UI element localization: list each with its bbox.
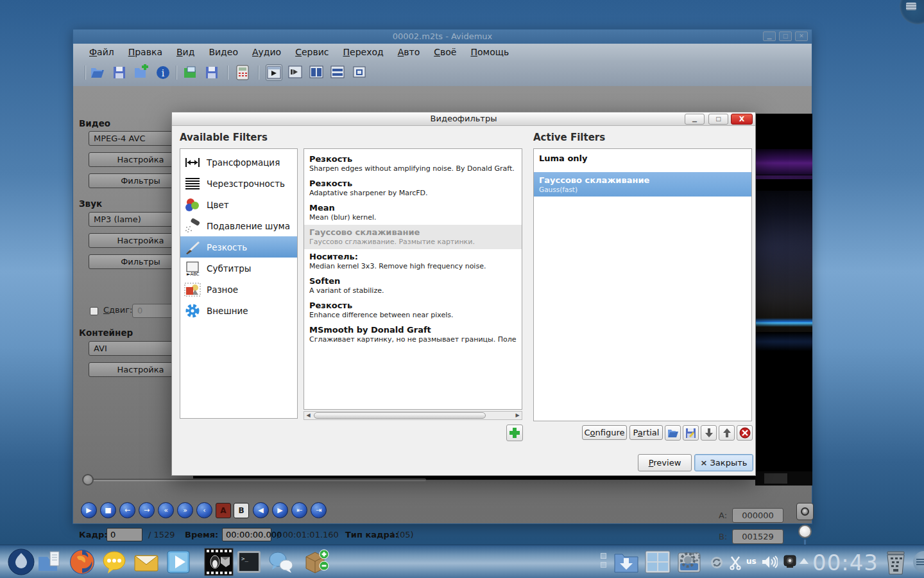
- expand-tray-chevron-icon[interactable]: [800, 558, 809, 564]
- speaker-button[interactable]: [796, 503, 814, 520]
- prev-cut-button[interactable]: ‹: [196, 502, 212, 518]
- filter-item[interactable]: Резкость Enhance difference between near…: [304, 298, 522, 322]
- menu-audio[interactable]: Аудио: [245, 47, 288, 57]
- filter-category-list[interactable]: Трансформация Черезстрочность Цвет Подав…: [180, 148, 298, 419]
- goto-black-next-button[interactable]: ▶: [272, 502, 288, 518]
- calculator-icon[interactable]: [236, 65, 253, 82]
- stacked-view-icon[interactable]: [330, 64, 346, 81]
- category-deinterlace[interactable]: Черезстрочность: [180, 173, 297, 194]
- menu-help[interactable]: Помощь: [463, 47, 516, 57]
- downloads-folder-icon[interactable]: [613, 549, 640, 575]
- partial-button[interactable]: Partial: [629, 425, 663, 440]
- package-manager-icon[interactable]: [301, 548, 329, 576]
- chat-icon[interactable]: [267, 548, 295, 576]
- active-filter-item-selected[interactable]: Гауссово склаживание Gauss(fast): [534, 172, 751, 197]
- scroll-left-icon[interactable]: ◀: [304, 412, 312, 419]
- load-filterset-button[interactable]: [665, 425, 681, 441]
- load-project-icon[interactable]: [182, 64, 199, 81]
- plasma-corner-widget[interactable]: [900, 0, 924, 24]
- remove-filter-button[interactable]: [737, 425, 753, 441]
- seek-slider-groove[interactable]: [92, 478, 426, 481]
- filter-item[interactable]: Soften A variant of stabilize.: [304, 274, 522, 298]
- filter-item[interactable]: Mean Mean (blur) kernel.: [304, 200, 522, 225]
- frame-window-icon[interactable]: [287, 64, 304, 81]
- add-filter-button[interactable]: [506, 425, 523, 441]
- category-subtitles[interactable]: ►ABC Субтитры: [180, 258, 297, 279]
- volume-slider-knob[interactable]: [798, 525, 812, 538]
- dialog-minimize-button[interactable]: ▁: [685, 114, 705, 125]
- save-project-icon[interactable]: [203, 64, 220, 81]
- clock[interactable]: 00:43: [812, 550, 878, 575]
- horizontal-scrollbar[interactable]: ◀ ▶: [304, 411, 522, 420]
- open-icon[interactable]: [89, 64, 106, 81]
- active-filters-list[interactable]: Luma only Гауссово склаживание Gauss(fas…: [533, 148, 752, 421]
- minimize-button[interactable]: ▁: [763, 31, 776, 41]
- save-icon[interactable]: [111, 64, 128, 81]
- dialog-maximize-button[interactable]: □: [708, 114, 728, 125]
- split-view-icon[interactable]: [309, 64, 325, 81]
- selection-a-field[interactable]: 000000: [732, 508, 783, 523]
- close-dialog-button[interactable]: ×Закрыть: [694, 454, 753, 471]
- scrollbar-thumb[interactable]: [314, 412, 486, 419]
- panel-cashew-widget[interactable]: [913, 551, 924, 573]
- active-filter-item[interactable]: Luma only: [534, 150, 751, 167]
- scroll-right-icon[interactable]: ▶: [513, 412, 522, 419]
- single-window-icon[interactable]: [352, 64, 368, 81]
- trash-icon[interactable]: [882, 548, 910, 576]
- volume-tray-icon[interactable]: [761, 554, 778, 570]
- selection-b-field[interactable]: 001529: [732, 529, 783, 544]
- category-misc[interactable]: Разное: [180, 279, 297, 300]
- clipboard-scissors-icon[interactable]: [728, 555, 742, 570]
- move-filter-up-button[interactable]: [719, 425, 735, 441]
- menu-file[interactable]: Файл: [82, 47, 121, 57]
- append-icon[interactable]: [133, 64, 150, 81]
- filter-item[interactable]: MSmooth by Donald Graft Сглаживает карти…: [304, 322, 522, 347]
- window-titlebar[interactable]: 00002.m2ts - Avidemux ▁ □ ✕: [73, 30, 812, 44]
- move-filter-down-button[interactable]: [701, 425, 717, 441]
- keyboard-layout-indicator[interactable]: us: [746, 557, 757, 566]
- menu-auto[interactable]: Авто: [391, 47, 427, 57]
- menu-go[interactable]: Переход: [336, 47, 391, 57]
- configure-button[interactable]: Configure: [582, 425, 627, 440]
- shift-checkbox[interactable]: [90, 307, 98, 315]
- tasklist-placeholder[interactable]: [601, 562, 606, 568]
- terminal-icon[interactable]: >_: [235, 548, 263, 576]
- tasklist-placeholder[interactable]: [601, 553, 606, 559]
- prev-frame-button[interactable]: ←: [119, 502, 135, 518]
- media-player-icon[interactable]: [164, 548, 193, 576]
- pager-icon[interactable]: [645, 550, 671, 574]
- category-sharpen[interactable]: Резкость: [180, 236, 297, 258]
- screen-device-tray-icon[interactable]: [783, 554, 797, 568]
- category-transform[interactable]: Трансформация: [180, 152, 297, 173]
- next-frame-button[interactable]: →: [139, 502, 155, 518]
- menu-tools[interactable]: Сервис: [288, 47, 336, 57]
- sync-tray-icon[interactable]: [710, 556, 724, 570]
- dialog-close-button[interactable]: X: [731, 114, 753, 125]
- mageia-menu-icon[interactable]: [7, 548, 35, 576]
- mark-b-button[interactable]: B: [234, 503, 249, 518]
- firefox-icon[interactable]: [68, 548, 96, 576]
- filter-item[interactable]: Резкость Sharpen edges without amplifyin…: [304, 152, 522, 176]
- menu-view[interactable]: Вид: [169, 47, 201, 57]
- available-filters-list[interactable]: Резкость Sharpen edges without amplifyin…: [304, 148, 522, 410]
- category-color[interactable]: Цвет: [180, 194, 297, 215]
- save-filterset-button[interactable]: [683, 425, 699, 441]
- maximize-button[interactable]: □: [779, 31, 792, 41]
- play-button[interactable]: ▶: [81, 502, 97, 518]
- filter-item-selected[interactable]: Гауссово склаживание Гауссово сглаживани…: [304, 225, 522, 249]
- mark-a-button[interactable]: A: [216, 503, 231, 518]
- info-icon[interactable]: i: [155, 64, 171, 81]
- file-manager-icon[interactable]: [36, 548, 64, 576]
- menu-edit[interactable]: Правка: [121, 47, 169, 57]
- filter-item[interactable]: Носитель: Median kernel 3x3. Remove high…: [304, 249, 522, 274]
- frame-input[interactable]: 0: [107, 528, 142, 541]
- seek-slider-knob[interactable]: [82, 474, 94, 486]
- next-keyframe-button[interactable]: »: [177, 502, 193, 518]
- play-window-icon[interactable]: [266, 64, 282, 81]
- menu-custom[interactable]: Своё: [427, 47, 463, 57]
- goto-black-prev-button[interactable]: ◀: [253, 502, 269, 518]
- filter-item[interactable]: Резкость Adaptative sharpener by MarcFD.: [304, 176, 522, 200]
- stop-button[interactable]: ■: [100, 502, 116, 518]
- dialog-titlebar[interactable]: Видеофильтры ▁ □ X: [172, 112, 755, 126]
- time-input[interactable]: 00:00:00.000: [222, 528, 271, 541]
